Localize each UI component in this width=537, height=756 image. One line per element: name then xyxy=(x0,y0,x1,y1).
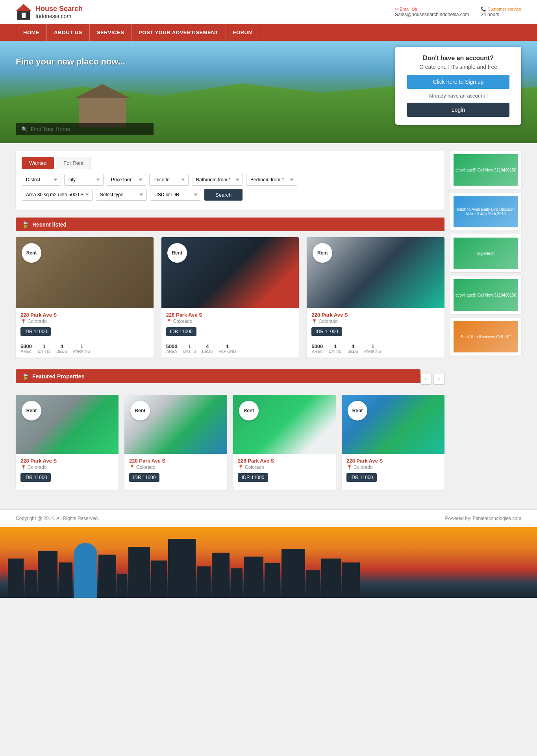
hero-search-input[interactable] xyxy=(31,126,148,132)
card-location: 📍Colorado xyxy=(129,465,222,470)
ad-content: ecovillage!!! Call Now 9210406150 xyxy=(454,279,518,311)
main-wrapper: Wanted For Rent District city Price form… xyxy=(0,143,537,509)
sidebar: ecovillage!!! Call Now 9210406150 Rush t… xyxy=(450,151,521,502)
search-panel: Wanted For Rent District city Price form… xyxy=(16,151,444,210)
area-select[interactable]: Area 30 sq m2 unto 5000 Sq xyxy=(22,189,93,201)
card-price: IDR 11000 xyxy=(20,473,51,482)
stat-area: 5000AREA xyxy=(311,343,323,354)
pin-icon: 📍 xyxy=(238,465,244,470)
featured-card-3[interactable]: Rent 228 Park Ave S 📍Colorado IDR 11000 xyxy=(342,395,444,490)
card-price: IDR 11000 xyxy=(166,327,196,336)
nav-forum[interactable]: FORUM xyxy=(226,24,260,41)
ad-content: ecovillage!!! Call Now 9210406150 xyxy=(454,154,518,186)
sidebar-ad-2[interactable]: supertech xyxy=(450,234,521,272)
ad-content: supertech xyxy=(454,238,518,269)
featured-grid: Rent 228 Park Ave S 📍Colorado IDR 11000 … xyxy=(16,395,444,490)
service-label: Customer service xyxy=(481,7,521,12)
card-image: Rent xyxy=(16,395,119,454)
prev-arrow[interactable]: ‹ xyxy=(420,374,431,385)
logo-subtitle: Indonesia.com xyxy=(35,13,83,19)
pin-icon: 📍 xyxy=(20,319,26,324)
featured-card-2[interactable]: Rent 228 Park Ave S 📍Colorado IDR 11000 xyxy=(233,395,336,490)
hero-search-bar[interactable]: 🔍 xyxy=(16,123,154,135)
building xyxy=(244,557,263,598)
building xyxy=(59,562,72,598)
price-from-select[interactable]: Price form xyxy=(107,174,146,186)
sidebar-ad-0[interactable]: ecovillage!!! Call Now 9210406150 xyxy=(450,151,521,189)
city-select[interactable]: city xyxy=(64,174,104,186)
sidebar-ad-1[interactable]: Rush to Avail Early Bird Discount Valid … xyxy=(450,193,521,230)
header-contact: Email Us Sales@housesearchindonesia.com … xyxy=(395,7,521,17)
card-address: 228 Park Ave S xyxy=(20,458,114,464)
bathroom-select[interactable]: Bathroom from 1 xyxy=(192,174,243,186)
building xyxy=(151,561,167,598)
logo-title: House Search xyxy=(35,5,83,13)
search-button[interactable]: Search xyxy=(204,189,243,201)
rent-badge: Rent xyxy=(313,243,332,263)
stat-parking: 1PARKING xyxy=(73,343,91,354)
card-price: IDR 11000 xyxy=(311,327,342,336)
featured-card-0[interactable]: Rent 228 Park Ave S 📍Colorado IDR 11000 xyxy=(16,395,119,490)
recent-card-2[interactable]: Rent 228 Park Ave S 📍Colorado IDR 11000 … xyxy=(307,237,444,358)
sidebar-ad-3[interactable]: ecovillage!!! Call Now 9210406150 xyxy=(450,276,521,314)
stat-parking: 1PARKING xyxy=(364,343,381,354)
search-icon: 🔍 xyxy=(21,126,28,132)
stat-parking: 1PARKING xyxy=(219,343,236,354)
recent-title: Recent listed xyxy=(32,221,67,228)
price-to-select[interactable]: Price to xyxy=(149,174,189,186)
page-header: House Search Indonesia.com Email Us Sale… xyxy=(0,0,537,24)
recent-leaf-icon: 🍃 xyxy=(21,221,29,228)
recent-card-0[interactable]: Rent 228 Park Ave S 📍Colorado IDR 11000 … xyxy=(16,237,154,358)
next-arrow[interactable]: › xyxy=(433,374,444,385)
bedroom-select[interactable]: Bedroom from 1 xyxy=(246,174,297,186)
stat-baths: 1BATHS xyxy=(329,343,342,354)
featured-leaf-icon: 🍃 xyxy=(21,372,29,380)
stat-area: 5000AREA xyxy=(20,343,32,354)
logo-text: House Search Indonesia.com xyxy=(35,5,83,19)
create-account-text: Create one ! It's simple and free xyxy=(407,64,509,70)
card-body: 228 Park Ave S 📍Colorado IDR 11000 xyxy=(233,454,336,490)
card-body: 228 Park Ave S 📍Colorado IDR 11000 xyxy=(124,454,227,490)
stat-beds: 4BEDS xyxy=(57,343,67,354)
rent-badge: Rent xyxy=(167,243,187,263)
skyline-buildings xyxy=(0,539,537,598)
building xyxy=(342,562,360,598)
type-select[interactable]: Select type xyxy=(96,189,147,201)
tab-for-rent[interactable]: For Rent xyxy=(56,157,91,169)
nav-about[interactable]: ABOUT US xyxy=(47,24,90,41)
building xyxy=(306,570,320,598)
tab-wanted[interactable]: Wanted xyxy=(22,157,54,169)
nav-post-ad[interactable]: POST YOUR ADVERTISEMENT xyxy=(131,24,226,41)
logo[interactable]: House Search Indonesia.com xyxy=(16,4,83,20)
nav-services[interactable]: SERVICES xyxy=(90,24,132,41)
card-body: 228 Park Ave S 📍Colorado IDR 11000 xyxy=(342,454,444,490)
card-image: Rent xyxy=(16,237,154,308)
card-price: IDR 11000 xyxy=(129,473,159,482)
stat-baths: 1BATHS xyxy=(38,343,51,354)
recent-card-1[interactable]: Rent 228 Park Ave S 📍Colorado IDR 11000 … xyxy=(161,237,299,358)
filter-row-2: Area 30 sq m2 unto 5000 Sq Select type U… xyxy=(22,189,439,201)
signup-button[interactable]: Click here to Sign up xyxy=(407,75,509,89)
card-price: IDR 11000 xyxy=(238,473,268,482)
rent-badge: Rent xyxy=(22,401,41,420)
card-image: Rent xyxy=(342,395,444,454)
card-body: 228 Park Ave S 📍Colorado IDR 11000 5000A… xyxy=(16,308,154,358)
nav-home[interactable]: HOME xyxy=(16,24,47,41)
card-location: 📍Colorado xyxy=(20,465,114,470)
email-value: Sales@housesearchindonesia.com xyxy=(395,12,469,17)
currency-select[interactable]: USD or IDR xyxy=(150,189,201,201)
rent-badge: Rent xyxy=(348,401,367,420)
footer: Copyright @ 2014. All Rights Reserved. P… xyxy=(0,509,537,527)
login-button[interactable]: Login xyxy=(407,103,509,117)
main-nav: HOME ABOUT US SERVICES POST YOUR ADVERTI… xyxy=(0,24,537,41)
powered-by: Powered by: Fabletechnologies.com xyxy=(445,516,521,521)
filter-row-1: District city Price form Price to Bathro… xyxy=(22,174,439,186)
card-price: IDR 11000 xyxy=(20,327,51,336)
signup-card: Don't have an account? Create one ! It's… xyxy=(395,47,521,125)
city-skyline xyxy=(0,527,537,598)
logo-icon xyxy=(16,4,31,20)
district-select[interactable]: District xyxy=(22,174,61,186)
featured-card-1[interactable]: Rent 228 Park Ave S 📍Colorado IDR 11000 xyxy=(124,395,227,490)
sidebar-ad-4[interactable]: Start Your Business ONLINE xyxy=(450,318,521,356)
card-location: 📍Colorado xyxy=(166,319,294,324)
